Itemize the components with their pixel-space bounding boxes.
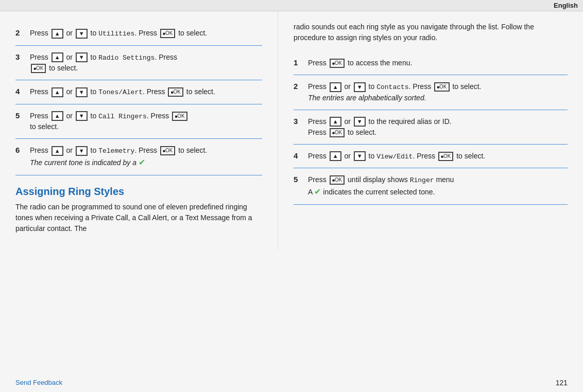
step-content: Press ■OK to access the menu.	[308, 58, 568, 68]
page-number: 121	[556, 379, 568, 387]
menu-item-text: Ringer	[410, 176, 434, 184]
up-button-icon: ▲	[330, 117, 341, 127]
down-button-icon: ▼	[76, 52, 88, 62]
step-row: 3Press ▲ or ▼ to the required alias or I…	[294, 110, 568, 145]
ok-button-icon: ■OK	[330, 128, 345, 137]
note-text: The current tone is indicated by a	[30, 158, 139, 167]
ok-button-icon: ■OK	[160, 29, 175, 38]
down-button-icon: ▼	[354, 117, 366, 127]
checkmark-icon: ✔	[314, 187, 321, 196]
footer: Send Feedback 121	[0, 379, 583, 387]
down-button-icon: ▼	[354, 82, 366, 92]
step-content: Press ▲ or ▼ to Utilities. Press ■OK to …	[30, 28, 262, 39]
down-button-icon: ▼	[76, 146, 88, 156]
ok-button-icon: ■OK	[330, 59, 345, 68]
step-content: Press ▲ or ▼ to View/Edit. Press ■OK to …	[308, 151, 568, 162]
step-number: 5	[294, 174, 308, 184]
up-button-icon: ▲	[52, 111, 63, 121]
step-number: 2	[15, 28, 30, 37]
language-label: English	[554, 2, 578, 9]
step-number: 3	[294, 116, 308, 126]
right-column: radio sounds out each ring style as you …	[278, 11, 583, 250]
ok-button-icon: ■OK	[330, 175, 345, 185]
step-content: Press ▲ or ▼ to Telemetry. Press ■OK to …	[30, 145, 262, 169]
menu-item-text: Tones/Alert	[98, 88, 143, 96]
section-intro: The radio can be programmed to sound one…	[15, 202, 262, 234]
ok-button-icon: ■OK	[31, 64, 46, 73]
step-row: 5Press ■OK until display shows Ringer me…	[294, 168, 568, 205]
step-row: 3Press ▲ or ▼ to Radio Settings. Press■O…	[15, 46, 262, 81]
ok-button-icon: ■OK	[168, 87, 183, 97]
menu-item-text: Utilities	[98, 30, 134, 38]
ok-button-icon: ■OK	[438, 152, 453, 161]
assigning-ring-styles-section: Assigning Ring StylesThe radio can be pr…	[15, 186, 262, 234]
menu-item-text: Telemetry	[98, 147, 134, 155]
up-button-icon: ▲	[52, 146, 63, 156]
step-content: Press ▲ or ▼ to the required alias or ID…	[308, 116, 568, 138]
step-row: 2Press ▲ or ▼ to Contacts. Press ■OK to …	[294, 75, 568, 110]
step-row: 1Press ■OK to access the menu.	[294, 51, 568, 75]
down-button-icon: ▼	[76, 87, 88, 97]
step-row: 2Press ▲ or ▼ to Utilities. Press ■OK to…	[15, 22, 262, 46]
step-row: 6Press ▲ or ▼ to Telemetry. Press ■OK to…	[15, 139, 262, 175]
step-number: 6	[15, 145, 30, 154]
step-content: Press ▲ or ▼ to Tones/Alert. Press ■OK t…	[30, 86, 262, 98]
step-content: Press ▲ or ▼ to Call Ringers. Press ■OKt…	[30, 111, 262, 133]
step-number: 4	[15, 86, 30, 96]
step-number: 3	[15, 52, 30, 61]
step-number: 5	[15, 111, 30, 120]
header: English	[0, 0, 583, 11]
down-button-icon: ▼	[76, 29, 88, 39]
menu-item-text: View/Edit	[376, 153, 413, 161]
up-button-icon: ▲	[52, 29, 63, 39]
menu-item-text: Contacts	[376, 83, 408, 91]
step-number: 1	[294, 58, 308, 67]
step-content: Press ■OK until display shows Ringer men…	[308, 174, 568, 198]
step-row: 4Press ▲ or ▼ to Tones/Alert. Press ■OK …	[15, 80, 262, 104]
step-number: 4	[294, 151, 308, 160]
step-row: 5Press ▲ or ▼ to Call Ringers. Press ■OK…	[15, 104, 262, 139]
section-heading: Assigning Ring Styles	[15, 186, 262, 198]
ok-button-icon: ■OK	[434, 82, 449, 92]
up-button-icon: ▲	[52, 87, 63, 97]
left-column: 2Press ▲ or ▼ to Utilities. Press ■OK to…	[0, 11, 278, 250]
ok-button-icon: ■OK	[172, 112, 187, 121]
step-number: 2	[294, 81, 308, 91]
step-content: Press ▲ or ▼ to Radio Settings. Press■OK…	[30, 52, 262, 74]
send-feedback-link[interactable]: Send Feedback	[15, 379, 62, 387]
note-text: The entries are alphabetically sorted.	[308, 94, 426, 102]
up-button-icon: ▲	[330, 82, 341, 92]
step-content: Press ▲ or ▼ to Contacts. Press ■OK to s…	[308, 81, 568, 103]
menu-item-text: Call Ringers	[98, 113, 147, 120]
up-button-icon: ▲	[330, 151, 341, 161]
right-intro-text: radio sounds out each ring style as you …	[294, 22, 568, 43]
ok-button-icon: ■OK	[160, 146, 175, 155]
main-content: 2Press ▲ or ▼ to Utilities. Press ■OK to…	[0, 11, 583, 250]
checkmark-icon: ✔	[139, 158, 145, 167]
down-button-icon: ▼	[354, 151, 366, 161]
menu-item-text: Radio Settings	[98, 54, 155, 62]
down-button-icon: ▼	[76, 111, 88, 121]
up-button-icon: ▲	[52, 52, 63, 62]
step-row: 4Press ▲ or ▼ to View/Edit. Press ■OK to…	[294, 145, 568, 169]
